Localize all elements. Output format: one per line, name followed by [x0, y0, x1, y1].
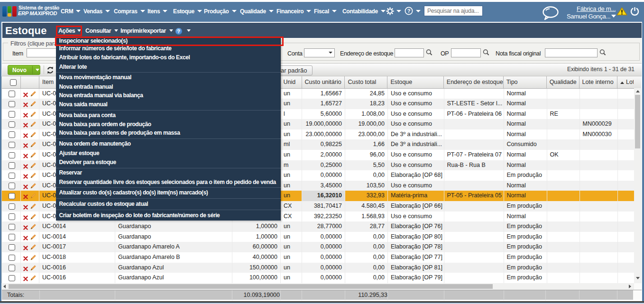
svg-text:?: ? [407, 8, 411, 14]
